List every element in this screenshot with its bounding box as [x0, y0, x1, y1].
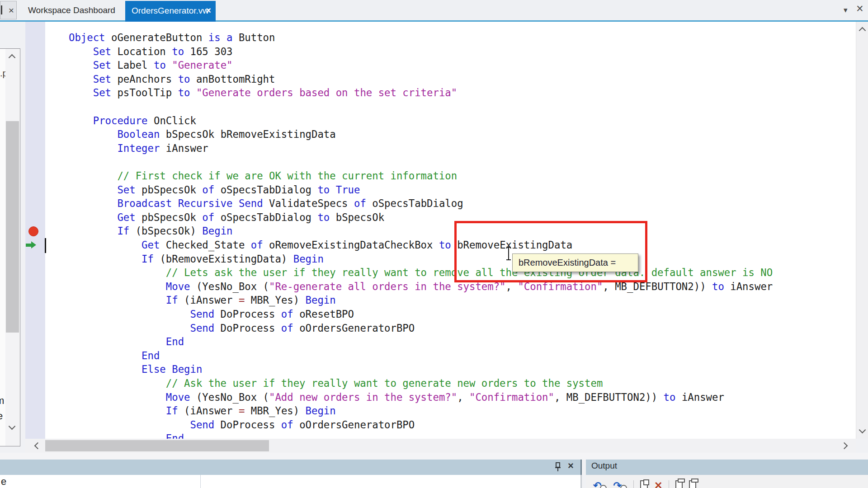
code-line[interactable]: Set peAnchors to anBottomRight — [69, 72, 275, 86]
arrow-stem — [26, 244, 31, 247]
code-line[interactable]: End — [69, 335, 184, 349]
code-line[interactable]: Broadcast Recursive Send ValidateSpecs o… — [69, 197, 463, 211]
bottom-panel-titlebar[interactable] — [0, 460, 580, 475]
scroll-down-icon[interactable] — [859, 427, 866, 434]
tab-ordersgenerator-label: OrdersGenerator.vw — [132, 1, 209, 21]
horizontal-scrollbar-thumb[interactable] — [45, 440, 269, 451]
panel-gap — [0, 453, 868, 460]
code-line[interactable]: Else Begin — [69, 362, 202, 376]
code-line[interactable]: Move (YesNo_Box ("Add new orders in the … — [69, 390, 724, 404]
tab-close-icon[interactable]: × — [206, 1, 211, 20]
code-line[interactable]: If (bSpecsOk) Begin — [69, 224, 232, 238]
code-line[interactable]: Set Label to "Generate" — [69, 58, 232, 72]
code-line[interactable]: If (iAnswer = MBR_Yes) Begin — [69, 404, 336, 418]
panel-splitter[interactable] — [580, 460, 582, 475]
copy-icon[interactable] — [675, 480, 683, 488]
editor-vertical-scrollbar[interactable] — [856, 22, 868, 439]
panel-close-icon[interactable]: × — [568, 460, 574, 472]
left-panel-scrollbar-thumb[interactable] — [6, 121, 19, 333]
code-line[interactable]: // Ask the user if they really want to g… — [69, 376, 603, 390]
scroll-left-icon[interactable] — [34, 442, 42, 450]
scroll-up-icon[interactable] — [859, 27, 866, 34]
code-line[interactable]: Move (YesNo_Box ("Re-generate all orders… — [69, 280, 773, 294]
auto-hide-pin-icon[interactable] — [553, 462, 562, 473]
tab-ordersgenerator[interactable]: OrdersGenerator.vw × — [125, 1, 216, 22]
output-toolbar: ↶ ↷ ✕ — [586, 475, 868, 488]
left-panel-scrollbar[interactable] — [5, 49, 19, 446]
bottom-left-panel: e — [0, 475, 580, 488]
window-list-dropdown-icon[interactable]: ▾ — [844, 5, 848, 15]
left-panel-text-fragment: e — [0, 410, 3, 422]
code-line[interactable]: // Lets ask the user if they really want… — [69, 266, 773, 280]
code-line[interactable]: Integer iAnswer — [69, 141, 208, 155]
code-line[interactable]: Procedure OnClick — [69, 114, 196, 128]
output-toolbar-row: ↶ ↷ ✕ — [593, 480, 696, 488]
code-line[interactable]: Send DoProcess of oOrdersGeneratorBPO — [69, 321, 415, 335]
scroll-down-icon[interactable] — [9, 423, 16, 430]
column-divider — [200, 475, 201, 488]
tab-workspace-dashboard[interactable]: Workspace Dashboard — [18, 0, 125, 20]
toolbar-divider — [669, 480, 669, 488]
document-close-icon[interactable]: × — [856, 2, 863, 16]
left-panel-text-fragment: m — [0, 395, 4, 407]
current-statement-arrow-icon — [26, 241, 38, 249]
toolbar-divider — [633, 480, 634, 488]
code-line[interactable]: End — [69, 349, 160, 363]
code-line[interactable]: // First check if we are OK with the cur… — [69, 169, 457, 183]
code-line[interactable]: Object oGenerateButton is a Button — [69, 31, 275, 45]
code-line[interactable]: If (bRemoveExistingData) Begin — [69, 252, 324, 266]
editor-horizontal-scrollbar[interactable] — [25, 439, 856, 453]
code-line[interactable]: Set Location to 165 303 — [69, 45, 232, 59]
navigate-forward-button[interactable]: ↷ — [613, 480, 627, 488]
mouse-ibeam-cursor — [506, 247, 511, 260]
code-editor[interactable]: Object oGenerateButton is a Button Set L… — [45, 22, 856, 439]
output-panel-titlebar[interactable] — [586, 460, 868, 475]
copy-all-icon[interactable] — [689, 480, 696, 488]
goto-source-icon[interactable] — [640, 480, 648, 488]
code-line[interactable]: Boolean bSpecsOk bRemoveExistingData — [69, 127, 336, 141]
tab-partial[interactable]: × — [0, 1, 17, 19]
arrow-head — [31, 241, 36, 249]
code-line[interactable]: Set pbSpecsOk of oSpecsTabDialog to True — [69, 183, 360, 197]
navigate-back-button[interactable]: ↶ — [593, 480, 607, 488]
tab-partial-close-icon[interactable]: × — [9, 5, 14, 16]
bottom-left-text-fragment: e — [1, 476, 6, 488]
tab-partial-label-fragment — [1, 5, 2, 14]
scroll-right-icon[interactable] — [841, 442, 848, 450]
scroll-up-icon[interactable] — [9, 54, 16, 61]
code-line[interactable]: Send DoProcess of oOrdersGeneratorBPO — [69, 418, 415, 432]
output-panel-title: Output — [591, 461, 617, 471]
panel-splitter-lower — [580, 475, 582, 488]
code-line[interactable]: If (iAnswer = MBR_Yes) Begin — [69, 293, 336, 307]
text-caret — [45, 238, 46, 253]
code-line[interactable]: Set psToolTip to "Generate orders based … — [69, 86, 457, 100]
code-line[interactable]: End — [69, 432, 184, 439]
code-line[interactable]: Get pbSpecsOk of oSpecsTabDialog to bSpe… — [69, 211, 384, 225]
clear-output-icon[interactable]: ✕ — [654, 480, 662, 488]
annotation-highlight-rectangle — [454, 221, 647, 282]
code-line[interactable]: Send DoProcess of oResetBPO — [69, 307, 354, 321]
